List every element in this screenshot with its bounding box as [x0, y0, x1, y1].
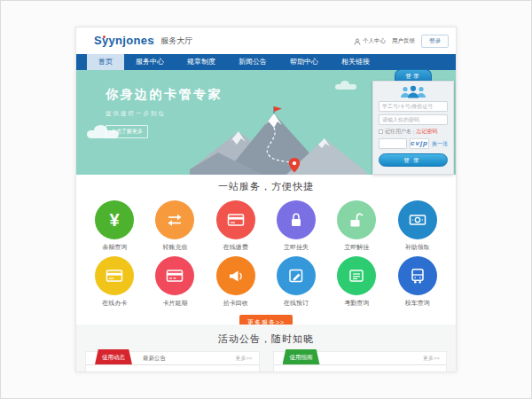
attendance-list-icon	[348, 267, 365, 285]
hero-subtitle: 提供捷径一步到位	[106, 110, 223, 118]
service-label: 校车查询	[387, 299, 447, 308]
service-label: 在线预订	[266, 299, 326, 308]
bus-icon	[409, 267, 426, 285]
dynamics-more-link[interactable]: 更多>>	[235, 355, 252, 363]
remember-row: 记住用户名 | 忘记密码	[379, 128, 448, 136]
nav-item-rules[interactable]: 规章制度	[176, 54, 227, 70]
service-label: 卡片延期	[145, 299, 205, 308]
service-label: 余额查询	[84, 243, 145, 252]
site-name: |服务大厅	[153, 35, 192, 47]
services-title: 一站服务，方便快捷	[76, 180, 456, 193]
captcha-row: cvjp 换一张	[379, 138, 448, 149]
logo[interactable]: Syynjones	[94, 34, 154, 47]
bank-card-icon	[106, 267, 123, 285]
service-card-extension[interactable]: 卡片延期	[145, 256, 205, 308]
service-circle	[337, 256, 376, 295]
transfer-arrows-icon	[166, 211, 184, 229]
announcements-section: 活动公告，随时知晓 使用动态 最新公告 更多>> 使用指南 更多>>	[76, 325, 456, 372]
users-group-icon	[398, 85, 428, 98]
personal-center-label: 个人中心	[363, 37, 386, 45]
logo-y-accent: y	[102, 34, 109, 47]
service-school-bus-inquiry[interactable]: 校车查询	[387, 256, 447, 308]
service-subsidy-collect[interactable]: 补助领取	[387, 200, 447, 252]
service-label: 立即挂失	[266, 243, 326, 252]
captcha-input[interactable]	[379, 138, 407, 149]
person-icon	[354, 38, 361, 45]
announcements-title: 活动公告，随时知晓	[76, 332, 456, 346]
more-services-button[interactable]: 更多服务>>	[239, 315, 293, 325]
guide-more-link[interactable]: 更多>>	[423, 355, 440, 363]
service-unlock[interactable]: 立即解挂	[326, 200, 387, 252]
service-online-booking[interactable]: 在线预订	[266, 256, 326, 308]
remember-checkbox[interactable]	[379, 129, 383, 134]
service-label: 立即解挂	[326, 243, 387, 252]
service-transfer-recharge[interactable]: 转账充值	[145, 200, 205, 252]
feedback-link[interactable]: 用户反馈	[392, 37, 415, 45]
service-circle	[337, 200, 376, 239]
password-input[interactable]	[379, 114, 448, 125]
tab-usage-dynamics[interactable]: 使用动态	[95, 349, 132, 364]
service-circle	[277, 256, 316, 295]
service-label: 转账充值	[145, 243, 205, 252]
username-input[interactable]	[379, 101, 448, 112]
services-section: 一站服务，方便快捷 ¥ 余额查询 转账充值 在线缴费	[76, 175, 456, 325]
guide-panel-tabs: 使用指南 更多>>	[274, 352, 447, 365]
unlock-icon	[348, 211, 365, 229]
nav-item-home[interactable]: 首页	[87, 54, 124, 70]
service-label: 考勤查询	[326, 299, 387, 308]
header-right: 个人中心 用户反馈 登录	[354, 35, 449, 48]
service-online-card-apply[interactable]: 在线办卡	[84, 256, 145, 308]
service-label: 在线办卡	[84, 299, 145, 308]
edit-icon	[287, 267, 305, 285]
personal-center-link[interactable]: 个人中心	[354, 37, 386, 45]
service-circle	[216, 256, 255, 295]
logo-s: S	[94, 34, 102, 47]
site-header: Syynjones |服务大厅 个人中心 用户反馈 登录	[76, 27, 456, 54]
hero-cta-button[interactable]: 点击了解更多	[106, 125, 148, 138]
service-report-loss[interactable]: 立即挂失	[266, 200, 326, 252]
hero-headline: 你身边的卡管专家	[106, 87, 223, 103]
website-page: Syynjones |服务大厅 个人中心 用户反馈 登录 首页 服务中心 规章制…	[75, 27, 457, 372]
feedback-label: 用户反馈	[392, 37, 415, 45]
service-circle	[216, 200, 255, 239]
nav-item-help[interactable]: 帮助中心	[278, 54, 330, 70]
captcha-refresh-link[interactable]: 换一张	[432, 140, 448, 148]
megaphone-icon	[227, 267, 245, 285]
tab-latest-announcements[interactable]: 最新公告	[143, 355, 166, 363]
desktop-background: { "page": { "header": { "logo_s": "S", "…	[0, 0, 532, 399]
remember-label: 记住用户名	[385, 128, 411, 136]
nav-item-links[interactable]: 相关链接	[330, 54, 381, 70]
announcement-panels: 使用动态 最新公告 更多>> 使用指南 更多>>	[85, 351, 447, 372]
service-circle	[95, 256, 134, 295]
service-found-card-return[interactable]: 拾卡回收	[206, 256, 266, 308]
logo-rest: ynjones	[109, 34, 154, 47]
header-login-button[interactable]: 登录	[421, 35, 449, 48]
login-tab[interactable]: 登录	[395, 69, 432, 82]
yuan-icon: ¥	[110, 211, 120, 229]
banknote-icon	[409, 211, 426, 229]
service-label: 补助领取	[387, 243, 447, 252]
cloud-right	[335, 84, 356, 90]
service-circle	[155, 200, 194, 239]
service-label: 拾卡回收	[206, 299, 266, 308]
nav-item-service-center[interactable]: 服务中心	[124, 54, 176, 70]
service-circle: ¥	[95, 200, 134, 239]
site-name-label: 服务大厅	[160, 36, 192, 45]
captcha-image[interactable]: cvjp	[410, 138, 429, 149]
service-circle	[398, 256, 437, 295]
service-attendance-inquiry[interactable]: 考勤查询	[326, 256, 387, 308]
login-form: 记住用户名 | 忘记密码 cvjp 换一张 登录	[372, 81, 454, 175]
login-panel: 登录 记住用户名 | 忘记密码 cvjp 换一张 登录	[372, 69, 454, 175]
lock-icon	[287, 211, 305, 229]
dynamics-panel-tabs: 使用动态 最新公告 更多>>	[86, 352, 259, 365]
services-grid: ¥ 余额查询 转账充值 在线缴费 立即挂失	[84, 200, 448, 312]
forgot-password-link[interactable]: 忘记密码	[417, 128, 438, 136]
bank-card-icon	[227, 211, 245, 229]
tab-usage-guide[interactable]: 使用指南	[283, 349, 320, 364]
service-online-payment[interactable]: 在线缴费	[206, 200, 266, 252]
service-balance-inquiry[interactable]: ¥ 余额查询	[84, 200, 145, 252]
nav-item-news[interactable]: 新闻公告	[227, 54, 278, 70]
card-renew-icon	[166, 267, 184, 285]
login-submit-button[interactable]: 登录	[379, 153, 448, 167]
logo-divider: |	[153, 36, 154, 45]
